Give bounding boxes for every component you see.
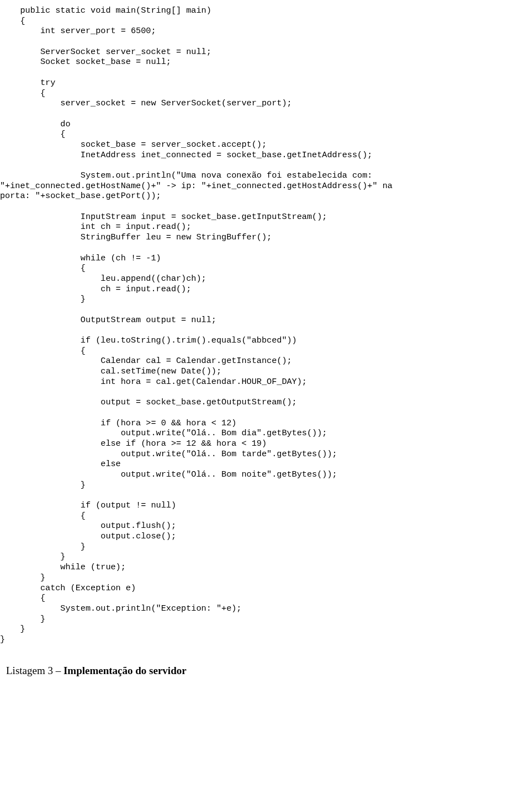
caption-prefix: Listagem 3 – (6, 665, 63, 676)
document-page: public static void main(String[] main) {… (0, 0, 530, 677)
code-listing: public static void main(String[] main) {… (0, 6, 530, 645)
listing-caption: Listagem 3 – Implementação do servidor (0, 664, 530, 677)
caption-title: Implementação do servidor (63, 665, 187, 676)
